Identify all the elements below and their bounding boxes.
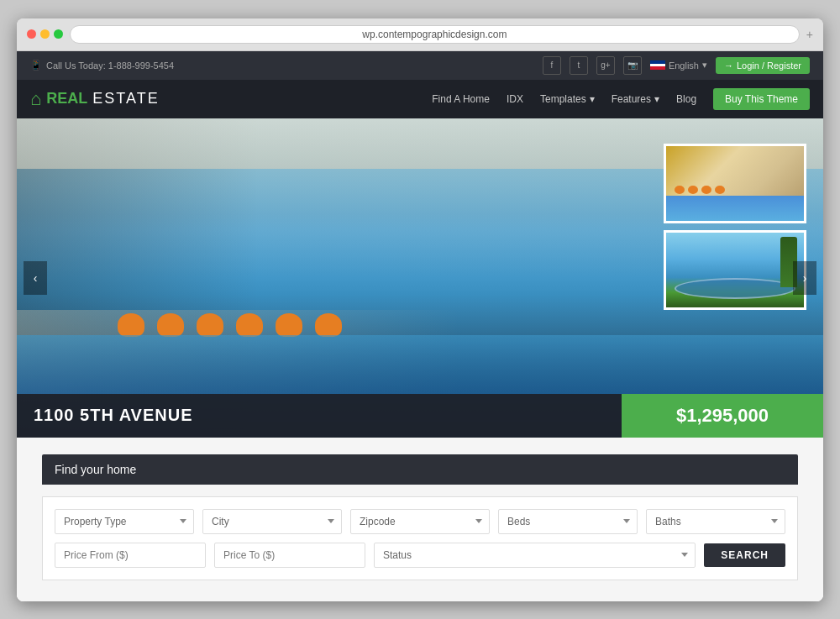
traffic-lights — [27, 29, 63, 39]
nav-links: Find A Home IDX Templates ▾ Features ▾ B… — [432, 88, 810, 110]
slider-prev-button[interactable]: ‹ — [24, 261, 47, 295]
buy-theme-button[interactable]: Buy This Theme — [713, 88, 810, 110]
top-bar-left: 📱 Call Us Today: 1-888-999-5454 — [30, 60, 174, 71]
search-header: Find your home — [42, 454, 798, 485]
facebook-icon[interactable]: f — [543, 56, 561, 75]
phone-number: Call Us Today: 1-888-999-5454 — [46, 60, 174, 71]
instagram-icon[interactable]: 📷 — [623, 56, 642, 75]
chevron-down-icon: ▾ — [654, 93, 659, 105]
language-selector[interactable]: English ▾ — [650, 60, 707, 71]
language-label: English — [669, 60, 699, 71]
phone-icon: 📱 — [30, 60, 42, 71]
zipcode-select[interactable]: Zipcode — [350, 509, 490, 534]
price-to-input[interactable] — [214, 543, 365, 568]
main-nav: ⌂ REALESTATE Find A Home IDX Templates ▾… — [17, 80, 823, 118]
price-from-input[interactable] — [55, 543, 206, 568]
maximize-button[interactable] — [54, 29, 63, 39]
minimize-button[interactable] — [40, 29, 50, 39]
url-bar[interactable]: wp.contempographicdesign.com — [70, 25, 800, 44]
thumb-1-pool — [666, 198, 804, 221]
search-row-filters: Status SEARCH — [55, 543, 785, 568]
nav-templates[interactable]: Templates ▾ — [540, 93, 595, 105]
nav-idx[interactable]: IDX — [507, 93, 523, 105]
price-banner: 1100 5TH AVENUE $1,295,000 — [17, 394, 823, 438]
chair-6 — [315, 313, 342, 337]
slider-next-button[interactable]: › — [793, 261, 816, 295]
property-type-select[interactable]: Property Type — [55, 509, 194, 534]
search-form: Property Type City Zipcode Beds Baths — [42, 496, 798, 580]
thumbnail-2[interactable] — [664, 230, 806, 310]
chair-1 — [118, 313, 144, 337]
twitter-icon[interactable]: t — [570, 56, 588, 75]
search-button[interactable]: SEARCH — [704, 543, 785, 567]
thumb-chair-4 — [715, 186, 725, 194]
chevron-down-icon: ▾ — [590, 93, 595, 105]
thumb-chair-1 — [675, 186, 685, 194]
chair-2 — [157, 313, 184, 337]
chair-row — [118, 313, 342, 337]
browser-window: wp.contempographicdesign.com + 📱 Call Us… — [17, 18, 823, 601]
website-content: 📱 Call Us Today: 1-888-999-5454 f t g+ 📷… — [17, 51, 823, 601]
chair-3 — [197, 313, 223, 337]
browser-add-tab[interactable]: + — [806, 28, 813, 41]
hero-thumbnails — [664, 144, 806, 310]
city-select[interactable]: City — [202, 509, 342, 534]
browser-chrome: wp.contempographicdesign.com + — [17, 18, 823, 51]
chair-5 — [276, 313, 302, 337]
nav-features[interactable]: Features ▾ — [612, 93, 659, 105]
login-button[interactable]: → Login / Register — [716, 57, 810, 74]
close-button[interactable] — [27, 29, 36, 39]
nav-find-home[interactable]: Find A Home — [432, 93, 490, 105]
property-price: $1,295,000 — [622, 394, 823, 438]
baths-select[interactable]: Baths — [646, 509, 785, 534]
search-section: Find your home Property Type City Zipcod… — [17, 438, 823, 601]
home-icon: ⌂ — [30, 88, 41, 110]
google-plus-icon[interactable]: g+ — [596, 56, 615, 75]
top-bar: 📱 Call Us Today: 1-888-999-5454 f t g+ 📷… — [17, 51, 823, 80]
status-select[interactable]: Status — [374, 543, 696, 568]
nav-blog[interactable]: Blog — [676, 93, 696, 105]
thumb-chair-2 — [688, 186, 698, 194]
logo-real: REAL — [46, 90, 87, 108]
logo-estate: ESTATE — [92, 90, 159, 108]
flag-icon — [650, 60, 665, 70]
chair-4 — [236, 313, 263, 337]
property-address: 1100 5TH AVENUE — [17, 394, 622, 438]
login-icon: → — [724, 60, 733, 71]
thumb-chair-3 — [701, 186, 711, 194]
hero-slider: ‹ › 1100 5TH AVENUE $1,295,000 — [17, 118, 823, 438]
search-row-dropdowns: Property Type City Zipcode Beds Baths — [55, 509, 785, 534]
thumb-2-pool — [675, 278, 795, 299]
top-bar-right: f t g+ 📷 English ▾ → Login / Register — [543, 56, 810, 75]
logo[interactable]: ⌂ REALESTATE — [30, 88, 160, 110]
thumbnail-1[interactable] — [664, 144, 806, 223]
thumb-chairs — [675, 186, 725, 194]
beds-select[interactable]: Beds — [498, 509, 638, 534]
chevron-down-icon: ▾ — [702, 60, 707, 71]
pool-water — [17, 335, 823, 394]
